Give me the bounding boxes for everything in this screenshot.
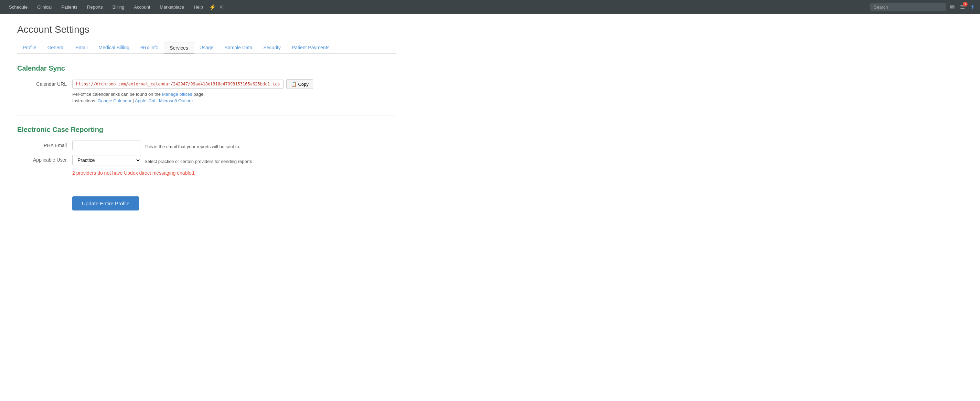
separator1: | bbox=[132, 98, 135, 103]
google-calendar-link[interactable]: Google Calendar bbox=[98, 98, 132, 103]
nav-item-schedule[interactable]: Schedule bbox=[4, 0, 32, 14]
section-divider bbox=[17, 115, 396, 115]
tab-general[interactable]: General bbox=[42, 42, 70, 54]
calendar-url-label: Calendar URL bbox=[17, 79, 72, 87]
applicable-user-row: Applicable User Practice Select practice… bbox=[17, 155, 396, 165]
nav-item-reports[interactable]: Reports bbox=[82, 0, 108, 14]
tabs: Profile General Email Medical Billing eR… bbox=[17, 42, 396, 54]
page-content: Account Settings Profile General Email M… bbox=[0, 14, 413, 228]
applicable-user-select[interactable]: Practice bbox=[72, 155, 141, 165]
update-profile-button[interactable]: Update Entire Profile bbox=[72, 197, 139, 211]
nav-divider-icon: ⚡ bbox=[208, 4, 218, 10]
apple-ical-link[interactable]: Apple iCal bbox=[135, 98, 155, 103]
calendar-url-value: https://drchrono.com/external_calendar/2… bbox=[72, 80, 283, 88]
manage-offices-link[interactable]: Manage offices bbox=[162, 92, 192, 97]
separator2: | bbox=[155, 98, 159, 103]
applicable-user-label: Applicable User bbox=[17, 155, 72, 163]
copy-button-label: Copy bbox=[298, 81, 308, 87]
updox-warning: 2 providers do not have Updox direct mes… bbox=[72, 170, 396, 176]
pha-email-field: This is the email that your reports will… bbox=[72, 141, 396, 150]
tab-email[interactable]: Email bbox=[70, 42, 93, 54]
calendar-helper-line1: Per-office calendar links can be found o… bbox=[72, 92, 396, 97]
top-navigation: Schedule Clinical Patients Reports Billi… bbox=[0, 0, 980, 14]
calendar-helper-line2: Instructions: Google Calendar | Apple iC… bbox=[72, 98, 396, 103]
applicable-user-help: Select practice or certain providers for… bbox=[145, 157, 252, 164]
tab-patient-payments[interactable]: Patient Payments bbox=[286, 42, 335, 54]
calendar-sync-section: Calendar Sync Calendar URL https://drchr… bbox=[17, 64, 396, 105]
search-input[interactable] bbox=[870, 3, 946, 11]
pha-email-label: PHA Email bbox=[17, 141, 72, 148]
nav-close-icon: ✕ bbox=[218, 4, 225, 10]
page-title: Account Settings bbox=[17, 24, 396, 35]
url-container: https://drchrono.com/external_calendar/2… bbox=[72, 79, 396, 89]
helper-text-1: Per-office calendar links can be found o… bbox=[72, 92, 162, 97]
tab-profile[interactable]: Profile bbox=[17, 42, 42, 54]
instructions-label: Instructions: bbox=[72, 98, 98, 103]
copy-button[interactable]: 📋 Copy bbox=[286, 79, 313, 89]
messages-button[interactable]: ✉ bbox=[949, 2, 956, 12]
pha-email-help: This is the email that your reports will… bbox=[145, 142, 240, 149]
nav-items: Schedule Clinical Patients Reports Billi… bbox=[4, 0, 870, 14]
ecr-title: Electronic Case Reporting bbox=[17, 126, 396, 134]
helper-text-1-end: page. bbox=[192, 92, 205, 97]
nav-item-marketplace[interactable]: Marketplace bbox=[155, 0, 189, 14]
calendar-url-field: https://drchrono.com/external_calendar/2… bbox=[72, 79, 396, 105]
pha-email-row: PHA Email This is the email that your re… bbox=[17, 141, 396, 150]
tab-services[interactable]: Services bbox=[164, 42, 194, 54]
tab-sample-data[interactable]: Sample Data bbox=[219, 42, 258, 54]
nav-item-billing[interactable]: Billing bbox=[108, 0, 129, 14]
notification-badge: 1 bbox=[963, 2, 967, 6]
nav-icons: ✉ ☰ 1 + bbox=[870, 2, 976, 13]
tab-usage[interactable]: Usage bbox=[194, 42, 219, 54]
microsoft-outlook-link[interactable]: Microsoft Outlook bbox=[159, 98, 194, 103]
add-button[interactable]: + bbox=[969, 2, 976, 13]
nav-item-help[interactable]: Help bbox=[189, 0, 208, 14]
tab-erx-info[interactable]: eRx Info bbox=[135, 42, 164, 54]
nav-item-clinical[interactable]: Clinical bbox=[32, 0, 56, 14]
applicable-user-field: Practice Select practice or certain prov… bbox=[72, 155, 396, 165]
nav-item-patients[interactable]: Patients bbox=[56, 0, 82, 14]
copy-icon: 📋 bbox=[291, 81, 297, 87]
nav-item-account[interactable]: Account bbox=[129, 0, 155, 14]
tab-medical-billing[interactable]: Medical Billing bbox=[93, 42, 135, 54]
notifications-button[interactable]: ☰ 1 bbox=[959, 2, 966, 12]
calendar-url-row: Calendar URL https://drchrono.com/extern… bbox=[17, 79, 396, 105]
calendar-sync-title: Calendar Sync bbox=[17, 64, 396, 72]
tab-security[interactable]: Security bbox=[258, 42, 286, 54]
pha-email-input[interactable] bbox=[72, 141, 141, 150]
ecr-section: Electronic Case Reporting PHA Email This… bbox=[17, 126, 396, 176]
